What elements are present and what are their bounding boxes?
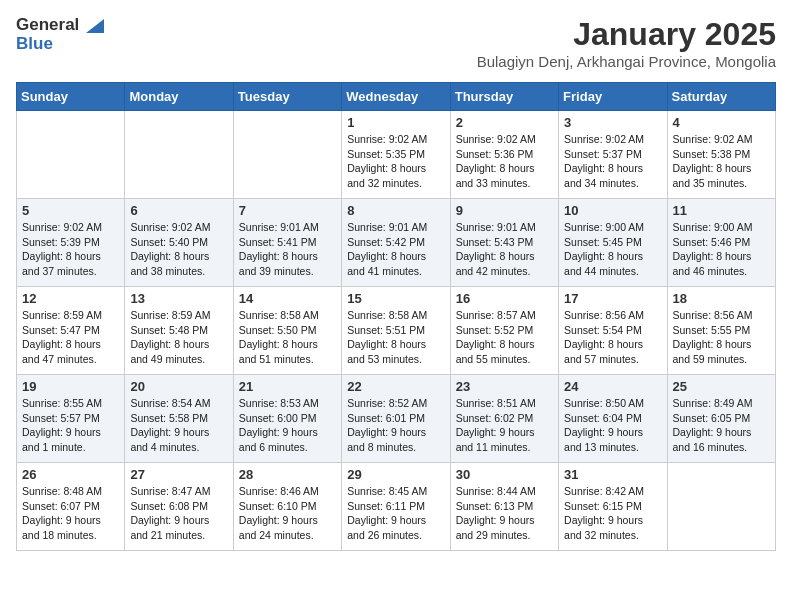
calendar-day-3: 3Sunrise: 9:02 AM Sunset: 5:37 PM Daylig… [559,111,667,199]
day-content: Sunrise: 9:02 AM Sunset: 5:40 PM Dayligh… [130,220,227,279]
day-number: 23 [456,379,553,394]
day-content: Sunrise: 8:56 AM Sunset: 5:54 PM Dayligh… [564,308,661,367]
day-content: Sunrise: 8:44 AM Sunset: 6:13 PM Dayligh… [456,484,553,543]
calendar-day-15: 15Sunrise: 8:58 AM Sunset: 5:51 PM Dayli… [342,287,450,375]
day-number: 19 [22,379,119,394]
calendar-day-27: 27Sunrise: 8:47 AM Sunset: 6:08 PM Dayli… [125,463,233,551]
calendar-day-29: 29Sunrise: 8:45 AM Sunset: 6:11 PM Dayli… [342,463,450,551]
day-content: Sunrise: 8:55 AM Sunset: 5:57 PM Dayligh… [22,396,119,455]
calendar-day-13: 13Sunrise: 8:59 AM Sunset: 5:48 PM Dayli… [125,287,233,375]
calendar-day-21: 21Sunrise: 8:53 AM Sunset: 6:00 PM Dayli… [233,375,341,463]
day-content: Sunrise: 8:46 AM Sunset: 6:10 PM Dayligh… [239,484,336,543]
day-content: Sunrise: 9:02 AM Sunset: 5:37 PM Dayligh… [564,132,661,191]
day-number: 7 [239,203,336,218]
weekday-header-saturday: Saturday [667,83,775,111]
day-number: 14 [239,291,336,306]
day-number: 25 [673,379,770,394]
calendar-day-14: 14Sunrise: 8:58 AM Sunset: 5:50 PM Dayli… [233,287,341,375]
day-content: Sunrise: 8:54 AM Sunset: 5:58 PM Dayligh… [130,396,227,455]
day-number: 16 [456,291,553,306]
logo-general: General [16,16,104,35]
day-number: 15 [347,291,444,306]
calendar-day-5: 5Sunrise: 9:02 AM Sunset: 5:39 PM Daylig… [17,199,125,287]
day-number: 6 [130,203,227,218]
calendar-day-26: 26Sunrise: 8:48 AM Sunset: 6:07 PM Dayli… [17,463,125,551]
calendar-day-6: 6Sunrise: 9:02 AM Sunset: 5:40 PM Daylig… [125,199,233,287]
calendar-day-25: 25Sunrise: 8:49 AM Sunset: 6:05 PM Dayli… [667,375,775,463]
weekday-header-sunday: Sunday [17,83,125,111]
day-content: Sunrise: 8:50 AM Sunset: 6:04 PM Dayligh… [564,396,661,455]
day-content: Sunrise: 8:58 AM Sunset: 5:51 PM Dayligh… [347,308,444,367]
calendar-day-31: 31Sunrise: 8:42 AM Sunset: 6:15 PM Dayli… [559,463,667,551]
calendar-day-20: 20Sunrise: 8:54 AM Sunset: 5:58 PM Dayli… [125,375,233,463]
calendar-table: SundayMondayTuesdayWednesdayThursdayFrid… [16,82,776,551]
logo-triangle-icon [86,19,104,33]
weekday-header-row: SundayMondayTuesdayWednesdayThursdayFrid… [17,83,776,111]
calendar-day-9: 9Sunrise: 9:01 AM Sunset: 5:43 PM Daylig… [450,199,558,287]
day-content: Sunrise: 9:02 AM Sunset: 5:36 PM Dayligh… [456,132,553,191]
calendar-day-28: 28Sunrise: 8:46 AM Sunset: 6:10 PM Dayli… [233,463,341,551]
location-subtitle: Bulagiyn Denj, Arkhangai Province, Mongo… [477,53,776,70]
day-content: Sunrise: 8:56 AM Sunset: 5:55 PM Dayligh… [673,308,770,367]
calendar-week-row: 26Sunrise: 8:48 AM Sunset: 6:07 PM Dayli… [17,463,776,551]
day-number: 8 [347,203,444,218]
calendar-header: SundayMondayTuesdayWednesdayThursdayFrid… [17,83,776,111]
calendar-day-16: 16Sunrise: 8:57 AM Sunset: 5:52 PM Dayli… [450,287,558,375]
day-number: 29 [347,467,444,482]
day-content: Sunrise: 9:02 AM Sunset: 5:39 PM Dayligh… [22,220,119,279]
day-content: Sunrise: 8:59 AM Sunset: 5:48 PM Dayligh… [130,308,227,367]
day-number: 4 [673,115,770,130]
day-number: 20 [130,379,227,394]
calendar-body: 1Sunrise: 9:02 AM Sunset: 5:35 PM Daylig… [17,111,776,551]
day-number: 18 [673,291,770,306]
calendar-day-1: 1Sunrise: 9:02 AM Sunset: 5:35 PM Daylig… [342,111,450,199]
calendar-week-row: 1Sunrise: 9:02 AM Sunset: 5:35 PM Daylig… [17,111,776,199]
day-content: Sunrise: 9:00 AM Sunset: 5:46 PM Dayligh… [673,220,770,279]
calendar-day-11: 11Sunrise: 9:00 AM Sunset: 5:46 PM Dayli… [667,199,775,287]
day-number: 13 [130,291,227,306]
day-content: Sunrise: 8:51 AM Sunset: 6:02 PM Dayligh… [456,396,553,455]
calendar-day-17: 17Sunrise: 8:56 AM Sunset: 5:54 PM Dayli… [559,287,667,375]
calendar-day-23: 23Sunrise: 8:51 AM Sunset: 6:02 PM Dayli… [450,375,558,463]
calendar-day-10: 10Sunrise: 9:00 AM Sunset: 5:45 PM Dayli… [559,199,667,287]
day-number: 5 [22,203,119,218]
calendar-day-4: 4Sunrise: 9:02 AM Sunset: 5:38 PM Daylig… [667,111,775,199]
day-content: Sunrise: 8:53 AM Sunset: 6:00 PM Dayligh… [239,396,336,455]
day-content: Sunrise: 8:59 AM Sunset: 5:47 PM Dayligh… [22,308,119,367]
title-block: January 2025 Bulagiyn Denj, Arkhangai Pr… [477,16,776,70]
month-title: January 2025 [477,16,776,53]
day-number: 26 [22,467,119,482]
day-content: Sunrise: 9:02 AM Sunset: 5:35 PM Dayligh… [347,132,444,191]
calendar-day-18: 18Sunrise: 8:56 AM Sunset: 5:55 PM Dayli… [667,287,775,375]
day-content: Sunrise: 8:58 AM Sunset: 5:50 PM Dayligh… [239,308,336,367]
day-number: 22 [347,379,444,394]
day-number: 3 [564,115,661,130]
day-content: Sunrise: 9:01 AM Sunset: 5:41 PM Dayligh… [239,220,336,279]
day-number: 2 [456,115,553,130]
logo: General Blue [16,16,104,53]
calendar-day-24: 24Sunrise: 8:50 AM Sunset: 6:04 PM Dayli… [559,375,667,463]
day-number: 1 [347,115,444,130]
calendar-week-row: 19Sunrise: 8:55 AM Sunset: 5:57 PM Dayli… [17,375,776,463]
day-number: 12 [22,291,119,306]
logo-blue: Blue [16,35,104,54]
weekday-header-thursday: Thursday [450,83,558,111]
calendar-empty-cell [125,111,233,199]
weekday-header-wednesday: Wednesday [342,83,450,111]
calendar-week-row: 5Sunrise: 9:02 AM Sunset: 5:39 PM Daylig… [17,199,776,287]
day-content: Sunrise: 9:02 AM Sunset: 5:38 PM Dayligh… [673,132,770,191]
calendar-day-7: 7Sunrise: 9:01 AM Sunset: 5:41 PM Daylig… [233,199,341,287]
calendar-empty-cell [233,111,341,199]
calendar-empty-cell [17,111,125,199]
day-number: 21 [239,379,336,394]
day-content: Sunrise: 8:47 AM Sunset: 6:08 PM Dayligh… [130,484,227,543]
day-content: Sunrise: 8:52 AM Sunset: 6:01 PM Dayligh… [347,396,444,455]
calendar-day-8: 8Sunrise: 9:01 AM Sunset: 5:42 PM Daylig… [342,199,450,287]
day-number: 31 [564,467,661,482]
calendar-day-12: 12Sunrise: 8:59 AM Sunset: 5:47 PM Dayli… [17,287,125,375]
day-content: Sunrise: 8:49 AM Sunset: 6:05 PM Dayligh… [673,396,770,455]
calendar-empty-cell [667,463,775,551]
day-content: Sunrise: 9:00 AM Sunset: 5:45 PM Dayligh… [564,220,661,279]
day-content: Sunrise: 9:01 AM Sunset: 5:43 PM Dayligh… [456,220,553,279]
weekday-header-monday: Monday [125,83,233,111]
